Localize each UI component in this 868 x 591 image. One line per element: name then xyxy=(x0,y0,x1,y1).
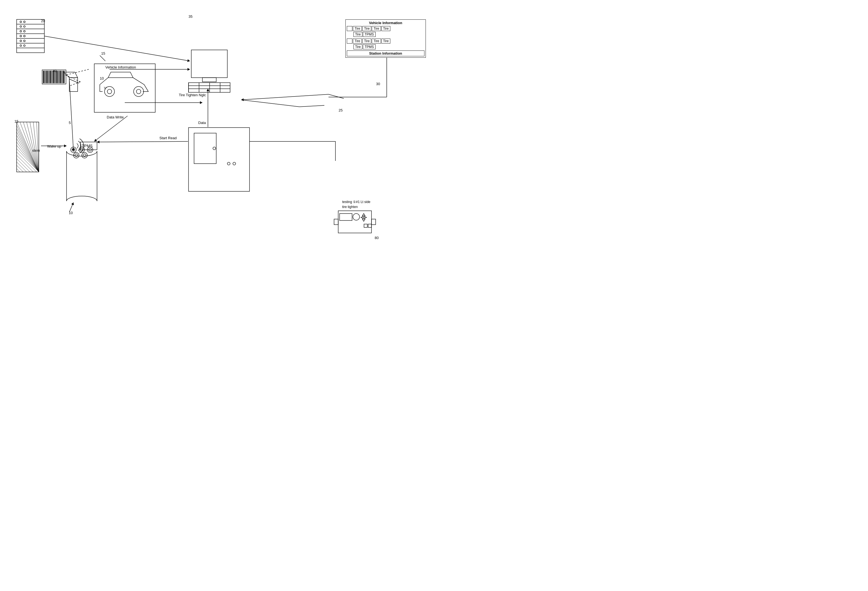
label-10-bot: 10 xyxy=(69,211,72,215)
label-35: 35 xyxy=(189,15,192,19)
panel-tpms-1: TPMS xyxy=(363,32,375,37)
panel-tire-2a: Tire xyxy=(353,38,362,44)
label-40: 40 xyxy=(53,69,56,73)
testing-label: testing ①#1 Lt side tire tighten xyxy=(342,199,371,209)
label-10-top: 10 xyxy=(100,76,104,80)
panel-tpms-2: TPMS xyxy=(363,44,375,49)
label-15-bot: 15 xyxy=(15,119,18,123)
panel-tire-2d: Tire xyxy=(381,38,390,44)
panel-row-1: Tire Tire Tire Tire xyxy=(347,26,424,31)
panel-tire-1e: Tire xyxy=(353,32,362,37)
label-5: 5 xyxy=(69,121,71,125)
label-15-top: 15 xyxy=(101,51,105,55)
vehicle-info-panel: Vehicle Information Tire Tire Tire Tire … xyxy=(345,19,426,58)
start-read-label: Start Read xyxy=(159,136,177,140)
data-write-label: Data Write xyxy=(107,115,124,119)
vehicle-info-arrow-label: Vehicle Information xyxy=(105,65,136,69)
panel-title: Vehicle Information xyxy=(347,21,424,25)
panel-tire-1c: Tire xyxy=(372,26,381,31)
panel-tire-2e: Tire xyxy=(353,44,362,49)
label-80: 80 xyxy=(375,236,379,240)
label-20: 20 xyxy=(41,19,45,23)
tire-tighten-label: Tire Tighten Nglc xyxy=(179,93,206,97)
label-25: 25 xyxy=(339,108,342,112)
station-info-box: Station Information xyxy=(347,50,424,56)
panel-tire-2b: Tire xyxy=(362,38,371,44)
panel-row-2b: Tire TPMS xyxy=(353,44,424,49)
v-label: V xyxy=(104,86,106,90)
wake-up-label: Wake up xyxy=(47,144,61,148)
data-label: Data xyxy=(198,121,206,125)
label-30: 30 xyxy=(376,82,380,86)
panel-tire-1a: Tire xyxy=(353,26,362,31)
panel-tire-1b: Tire xyxy=(362,26,371,31)
panel-tire-2c: Tire xyxy=(372,38,381,44)
stem-label: stem xyxy=(32,148,40,152)
panel-row-2: Tire Tire Tire Tire xyxy=(347,38,424,44)
panel-checkbox-1 xyxy=(347,26,352,31)
panel-row-1b: Tire TPMS xyxy=(353,32,424,37)
panel-tire-1d: Tire xyxy=(381,26,390,31)
panel-checkbox-2 xyxy=(347,38,352,44)
